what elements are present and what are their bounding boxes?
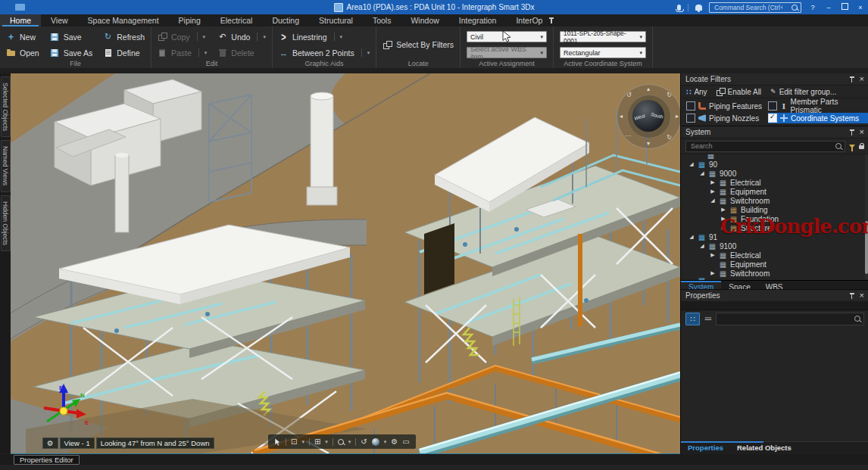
new-button[interactable]: +New xyxy=(6,31,39,42)
tree-item-equipment[interactable]: ▶▦Equipment xyxy=(681,187,868,196)
properties-filter-input[interactable] xyxy=(720,314,851,323)
pin-icon[interactable] xyxy=(849,76,854,83)
close-icon[interactable]: × xyxy=(860,75,864,83)
compass-rotate-ccw-icon[interactable]: ↺ xyxy=(626,92,632,98)
save-button[interactable]: Save xyxy=(50,31,93,42)
orbit-tool-icon[interactable]: ↺ xyxy=(361,437,367,446)
copy-button[interactable]: Copy▾ xyxy=(158,31,207,42)
checkbox[interactable] xyxy=(686,101,695,110)
delete-button[interactable]: Delete xyxy=(217,47,266,58)
minimize-button[interactable]: – xyxy=(824,4,833,11)
paste-button[interactable]: Paste▾ xyxy=(158,47,207,58)
tab-home[interactable]: Home xyxy=(0,14,41,26)
3d-viewport[interactable]: ▴ ▾ ◂ ▸ ↺ ↻ ⋯ ↻ West South EL N E xyxy=(11,73,680,454)
edit-filter-group-button[interactable]: ✎Edit filter group... xyxy=(770,88,836,96)
select-tool-icon[interactable] xyxy=(274,437,281,447)
close-button[interactable]: × xyxy=(856,4,865,11)
frame-tool-icon[interactable]: ▭ xyxy=(402,437,409,446)
notifications-bell-icon[interactable] xyxy=(695,5,702,11)
enable-all-button[interactable]: Enable All xyxy=(717,88,761,96)
checkbox[interactable] xyxy=(768,101,777,110)
any-filter-button[interactable]: ∷Any xyxy=(686,88,707,96)
window-select-tool-icon[interactable]: ⊡ xyxy=(291,437,297,446)
navigation-compass[interactable]: ▴ ▾ ◂ ▸ ↺ ↻ ⋯ ↻ West South xyxy=(617,84,680,149)
filter-piping-features[interactable]: Piping Features xyxy=(686,101,768,111)
tree-item-equipment-2[interactable]: ▦Equipment xyxy=(681,260,868,269)
system-search-input[interactable] xyxy=(689,142,821,151)
system-search-box[interactable] xyxy=(685,141,845,152)
filter-member-parts-prismatic[interactable]: I Member Parts Prismatic xyxy=(768,101,868,111)
compass-roll-icon[interactable]: ↻ xyxy=(667,135,672,141)
tab-piping[interactable]: Piping xyxy=(169,14,211,26)
tab-integration[interactable]: Integration xyxy=(449,14,507,26)
tree-item-switchroom-2[interactable]: ▶▦Switchroom xyxy=(681,269,868,278)
tab-window[interactable]: Window xyxy=(401,14,448,26)
view-name-button[interactable]: View - 1 xyxy=(60,437,95,449)
tree-item-90[interactable]: ◢▦90 xyxy=(681,160,868,169)
chevron-down-icon[interactable]: ▾ xyxy=(325,439,328,445)
filter-funnel-icon[interactable] xyxy=(849,145,855,148)
tab-structural[interactable]: Structural xyxy=(309,14,363,26)
refresh-button[interactable]: ↻Refresh xyxy=(103,31,145,42)
command-search-box[interactable] xyxy=(709,2,801,13)
compass-up-arrow-icon[interactable]: ▴ xyxy=(647,86,650,92)
ribbon-pin-icon[interactable] xyxy=(548,17,554,24)
compass-more-icon[interactable]: ⋯ xyxy=(625,132,631,139)
define-button[interactable]: Define xyxy=(103,47,145,58)
compass-left-arrow-icon[interactable]: ◂ xyxy=(620,114,623,120)
lock-icon[interactable] xyxy=(859,145,864,149)
tree-item-9000[interactable]: ◢▦9000 xyxy=(681,169,868,178)
compass-right-arrow-icon[interactable]: ▸ xyxy=(676,114,679,120)
tree-item-electrical[interactable]: ▶▦Electrical xyxy=(681,178,868,187)
tree-item[interactable]: ▦ xyxy=(681,278,868,280)
undo-button[interactable]: ↶Undo▾ xyxy=(217,31,266,42)
tree-item[interactable]: ▦ xyxy=(681,154,868,160)
properties-filter-box[interactable] xyxy=(716,313,864,325)
pin-icon[interactable] xyxy=(849,292,854,300)
view-settings-button[interactable]: ⚙ xyxy=(42,437,58,449)
close-icon[interactable]: × xyxy=(860,128,864,136)
chevron-down-icon[interactable]: ▾ xyxy=(301,439,304,445)
active-wbs-dropdown[interactable]: Select active WBS item▾ xyxy=(467,47,547,58)
view-style-tool-icon[interactable] xyxy=(372,438,379,446)
close-icon[interactable]: × xyxy=(860,291,864,300)
linestring-button[interactable]: >Linestring▾ xyxy=(279,31,370,42)
help-button[interactable]: ? xyxy=(808,4,817,11)
zoom-tool-icon[interactable] xyxy=(338,439,344,445)
named-views-tab[interactable]: Named Views xyxy=(1,140,11,191)
compass-sphere[interactable]: West South xyxy=(632,100,664,132)
properties-editor-tab[interactable]: Properties Editor xyxy=(14,455,80,465)
compass-rotate-cw-icon[interactable]: ↻ xyxy=(667,92,672,98)
chevron-down-icon[interactable]: ▾ xyxy=(384,439,387,445)
tab-view[interactable]: View xyxy=(41,14,78,26)
tree-item-9100[interactable]: ◢▦9100 xyxy=(681,241,868,251)
between-2-points-button[interactable]: ↔Between 2 Points▾ xyxy=(279,47,370,58)
render-settings-icon[interactable]: ⚙ xyxy=(391,437,398,446)
select-by-filters-button[interactable]: Select By Filters xyxy=(382,39,454,51)
tree-item-electrical-2[interactable]: ▶▦Electrical xyxy=(681,251,868,260)
tree-item-switchroom[interactable]: ◢▦Switchroom xyxy=(681,196,868,205)
selected-objects-tab[interactable]: Selected Objects xyxy=(1,76,11,137)
tab-space-management[interactable]: Space Management xyxy=(78,14,169,26)
coordinate-type-dropdown[interactable]: Rectangular▾ xyxy=(560,47,646,58)
checkbox-checked[interactable] xyxy=(768,114,777,123)
tab-ducting[interactable]: Ducting xyxy=(262,14,309,26)
tab-tools[interactable]: Tools xyxy=(363,14,401,26)
app-menu-icon[interactable] xyxy=(15,4,25,11)
coordinate-system-dropdown[interactable]: 1011-SPL-205-Shape-0001▾ xyxy=(560,31,646,42)
tab-related-objects[interactable]: Related Objects xyxy=(730,442,798,453)
compass-down-arrow-icon[interactable]: ▾ xyxy=(647,141,650,147)
fit-view-tool-icon[interactable]: ⊞ xyxy=(314,437,320,446)
filter-coordinate-systems[interactable]: Coordinate Systems xyxy=(768,113,868,123)
tab-interop[interactable]: InterOp xyxy=(506,14,552,26)
tree-item-building[interactable]: ▶▦Building xyxy=(681,205,868,214)
list-view-button[interactable]: ≡≡ xyxy=(704,315,711,322)
save-as-button[interactable]: Save As xyxy=(50,47,93,58)
chevron-down-icon[interactable]: ▾ xyxy=(348,439,351,445)
grid-view-button[interactable]: ∷ xyxy=(685,313,700,325)
open-button[interactable]: Open xyxy=(6,47,39,58)
restore-button[interactable] xyxy=(840,3,849,11)
filter-piping-nozzles[interactable]: Piping Nozzles xyxy=(686,113,768,123)
tab-electrical[interactable]: Electrical xyxy=(211,14,263,26)
microphone-icon[interactable] xyxy=(677,5,681,11)
